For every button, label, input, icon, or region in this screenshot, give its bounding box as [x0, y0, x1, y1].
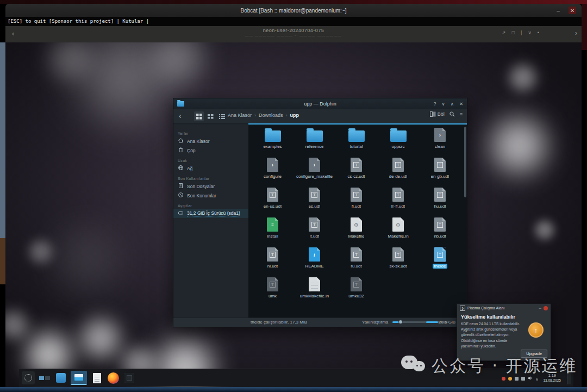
file-item[interactable]: iREADME: [294, 245, 335, 275]
file-item[interactable]: umkMakefile.in: [294, 275, 335, 305]
more-icon[interactable]: •: [538, 30, 539, 35]
sidebar-item-31-2-gib-i-s-r-c-sda1-[interactable]: 31,2 GiB İç Sürücü (sda1): [173, 209, 248, 218]
sidebar-item-son-dosyalar[interactable]: Son Dosyalar: [173, 182, 248, 191]
icons-view-button[interactable]: [194, 111, 204, 121]
bokeh-circle: [5, 309, 30, 341]
viewer-title: neon-user-20240704-075: [5, 28, 582, 33]
file-item[interactable]: Tumku32: [335, 275, 377, 305]
file-item[interactable]: Tfr-fr.udt: [377, 185, 419, 215]
file-item[interactable]: Tit.udt: [294, 215, 335, 245]
frame-left-edge-lower: [0, 238, 5, 284]
notification-app-name: Plasma Çalışma Alanı: [467, 306, 537, 310]
bokeh-circle: [488, 114, 551, 177]
maximize-button[interactable]: ∧: [451, 101, 454, 107]
pager-widget[interactable]: [38, 371, 51, 384]
host-close-button[interactable]: ✕: [569, 7, 576, 14]
split-view-button[interactable]: Böl: [430, 111, 445, 117]
file-type-glyph: T: [353, 282, 359, 288]
close-button[interactable]: ✕: [459, 101, 463, 107]
host-minimize-button[interactable]: –: [554, 7, 562, 14]
sidebar-item-label: Son Konumlar: [187, 193, 216, 198]
selection-info: theide çalıştırılabilir, 17,3 MiB: [251, 320, 307, 325]
sidebar-item-label: Ağ: [187, 166, 192, 171]
file-name: umkMakefile.in: [300, 294, 329, 298]
file-item[interactable]: Ttheide: [419, 245, 461, 275]
places-section-header: Yerler: [178, 132, 244, 135]
compact-view-button[interactable]: [205, 111, 215, 121]
file-item[interactable]: Ten-gb.udt: [419, 155, 461, 185]
sidebar-item-son-konumlar[interactable]: Son Konumlar: [173, 191, 248, 200]
file-item[interactable]: Tfi.udt: [335, 185, 377, 215]
sidebar-item-a-[interactable]: Ağ: [173, 164, 248, 173]
file-item[interactable]: reference: [294, 126, 335, 155]
file-type-glyph: ›: [314, 163, 315, 167]
file-item[interactable]: ≡install: [252, 215, 294, 245]
hamburger-menu-icon[interactable]: ≡: [460, 111, 463, 117]
file-item[interactable]: Tnb.udt: [419, 215, 461, 245]
minimize-button[interactable]: ∨: [441, 101, 445, 107]
folder-view[interactable]: examplesreferencetutorialuppsrc›clean›co…: [248, 125, 467, 318]
document-glyph: T: [267, 188, 278, 202]
file-item[interactable]: Tumk: [252, 275, 294, 305]
file-item[interactable]: Ten-us.udt: [252, 185, 294, 215]
file-type-glyph: T: [437, 162, 443, 168]
file-item[interactable]: Tes.udt: [294, 185, 335, 215]
file-item[interactable]: ⚙Makefile: [335, 215, 377, 245]
help-button[interactable]: ?: [434, 101, 436, 107]
notification-header: ❯ Plasma Çalışma Alanı –: [457, 304, 551, 312]
text-editor-icon[interactable]: [90, 371, 103, 384]
dolphin-task-button[interactable]: [71, 371, 87, 385]
document-glyph: ›: [267, 158, 278, 172]
display-icon[interactable]: □: [511, 30, 514, 35]
file-name: cs-cz.udt: [347, 174, 365, 179]
firefox-icon[interactable]: [107, 371, 120, 384]
file-item[interactable]: Thu.udt: [419, 185, 461, 215]
scrollbar-thumb[interactable]: [464, 127, 466, 197]
folder-icon: [390, 127, 407, 142]
background-app-icon[interactable]: [123, 371, 136, 384]
file-item[interactable]: Tnl.udt: [252, 245, 294, 275]
file-item[interactable]: ›configure_makefile: [294, 155, 335, 185]
file-item[interactable]: uppsrc: [377, 126, 419, 155]
notification-close-icon[interactable]: [544, 306, 548, 310]
file-type-glyph: T: [437, 192, 443, 198]
file-type-glyph: ≡: [271, 222, 274, 227]
file-icon: i: [309, 247, 320, 262]
folder-icon: [348, 127, 365, 142]
pinned-app-icon[interactable]: [54, 371, 67, 384]
file-item[interactable]: ›clean: [419, 126, 461, 155]
frame-bottom-edge: [0, 387, 587, 392]
file-name: reference: [305, 144, 324, 149]
back-icon[interactable]: ‹: [179, 111, 182, 120]
notification-configure-icon[interactable]: –: [539, 306, 541, 310]
file-item[interactable]: ⚙Makefile.in: [377, 215, 419, 245]
file-item[interactable]: examples: [252, 126, 294, 155]
breadcrumb-item[interactable]: Ana Klasör: [228, 113, 252, 118]
sidebar-item--p[interactable]: Çöp: [173, 146, 248, 155]
file-item[interactable]: Tsk-sk.udt: [377, 245, 419, 275]
breadcrumb-item[interactable]: upp: [290, 113, 299, 118]
search-icon[interactable]: [449, 111, 455, 117]
zoom-slider-knob[interactable]: [398, 320, 403, 324]
sidebar-item-ana-klas-r[interactable]: Ana Klasör: [173, 136, 248, 146]
file-item[interactable]: Tcs-cz.udt: [335, 155, 377, 185]
collapse-icon[interactable]: ∨: [528, 30, 532, 35]
trash-icon: [178, 147, 184, 154]
file-icon: T: [434, 187, 446, 202]
file-name: tutorial: [349, 144, 363, 149]
file-item[interactable]: Tde-de.udt: [377, 155, 419, 185]
document-glyph: ›: [309, 158, 320, 172]
breadcrumb-item[interactable]: Downloads: [259, 113, 283, 118]
file-item[interactable]: ›configure: [252, 155, 294, 185]
folder-icon: [307, 127, 323, 142]
file-icon: T: [267, 187, 278, 202]
fullscreen-icon[interactable]: ↗: [502, 30, 506, 35]
file-icon: T: [434, 247, 446, 262]
file-item[interactable]: Tru.udt: [335, 245, 377, 275]
dolphin-titlebar[interactable]: upp — Dolphin ?∨∧✕: [173, 98, 467, 109]
file-grid: examplesreferencetutorialuppsrc›clean›co…: [252, 126, 461, 305]
app-launcher-icon[interactable]: [22, 371, 35, 384]
file-item[interactable]: tutorial: [335, 126, 377, 155]
file-name: fr-fr.udt: [391, 204, 405, 209]
next-icon[interactable]: ›: [575, 29, 577, 37]
